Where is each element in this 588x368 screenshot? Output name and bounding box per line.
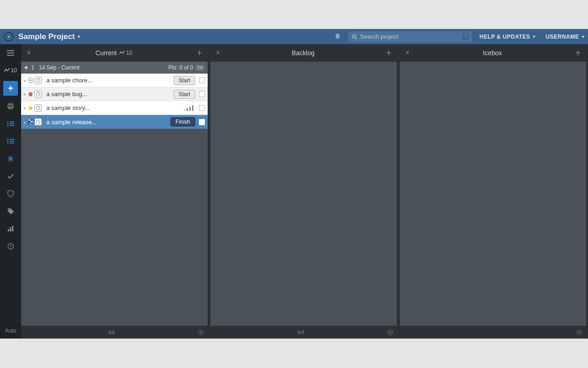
stopwatch-icon <box>34 91 42 98</box>
tag-icon <box>7 208 14 215</box>
story-row[interactable]: ▸ a sample bug... Start <box>21 87 208 101</box>
svg-point-26 <box>8 209 9 210</box>
svg-line-41 <box>28 92 29 93</box>
finish-button[interactable]: Finish <box>170 117 195 126</box>
svg-point-61 <box>579 331 581 333</box>
sidebar-item-backlog[interactable] <box>0 132 21 150</box>
sidebar-item-analytics[interactable] <box>0 220 21 237</box>
panel-header: × Icebox + <box>400 44 586 62</box>
shield-icon <box>7 190 14 197</box>
estimate-selector[interactable] <box>184 105 193 111</box>
velocity-indicator[interactable]: 10 <box>119 50 132 56</box>
sidebar-item-epics[interactable] <box>0 185 21 202</box>
sidebar-velocity[interactable]: 10 <box>0 62 21 79</box>
iteration-header[interactable]: 1 14 Sep - Current Pts: 0 of 0 TS <box>21 62 208 74</box>
search-box[interactable]: ? <box>348 31 472 42</box>
svg-rect-8 <box>9 104 12 105</box>
add-story-icon[interactable]: + <box>384 48 393 58</box>
add-story-icon[interactable]: + <box>573 48 582 58</box>
help-updates-menu[interactable]: HELP & UPDATES ▾ <box>480 34 536 40</box>
gear-icon[interactable] <box>577 329 582 335</box>
add-story-icon[interactable]: + <box>195 48 204 58</box>
panel-title: Current <box>96 49 117 57</box>
story-checkbox[interactable] <box>199 91 205 97</box>
sidebar-item-icebox[interactable] <box>0 150 21 167</box>
sidebar: 10 + <box>0 44 21 339</box>
iteration-marker-icon <box>25 66 28 69</box>
svg-rect-51 <box>28 120 31 121</box>
start-button[interactable]: Start <box>174 90 195 99</box>
notifications-bell-icon[interactable] <box>334 33 341 40</box>
svg-point-16 <box>7 139 9 140</box>
svg-point-59 <box>390 331 391 333</box>
story-row[interactable]: ▸ a sample chore... Start <box>21 74 208 87</box>
printer-icon <box>7 103 14 109</box>
app-logo[interactable] <box>4 32 14 42</box>
close-panel-icon[interactable]: × <box>214 49 222 57</box>
panels-container: × Current 10 + 1 14 Sep - Current <box>21 44 588 339</box>
sidebar-item-current[interactable] <box>0 115 21 132</box>
search-input[interactable] <box>360 33 463 40</box>
project-title-dropdown[interactable]: Sample Project ▾ <box>18 32 80 41</box>
snowflake-icon <box>7 155 14 162</box>
hamburger-menu-icon[interactable] <box>0 44 21 62</box>
list-icon <box>7 121 14 126</box>
story-row[interactable]: ▸ a sample release... Finish <box>21 115 208 129</box>
expand-icon[interactable]: ▸ <box>24 120 26 125</box>
svg-line-55 <box>38 121 39 122</box>
panel-current: × Current 10 + 1 14 Sep - Current <box>21 44 208 339</box>
svg-point-10 <box>7 121 9 123</box>
svg-marker-46 <box>28 105 33 111</box>
search-help-icon[interactable]: ? <box>463 34 469 40</box>
story-title: a sample bug... <box>46 91 171 98</box>
stopwatch-icon <box>34 104 42 112</box>
iteration-badge[interactable]: TS <box>196 65 204 70</box>
project-title: Sample Project <box>18 32 75 41</box>
zigzag-icon <box>119 51 125 55</box>
close-panel-icon[interactable]: × <box>25 49 33 57</box>
svg-line-49 <box>38 107 39 108</box>
gear-icon[interactable] <box>198 329 204 335</box>
chevron-down-icon: ▾ <box>533 34 536 39</box>
username-menu[interactable]: USERNAME ▾ <box>546 34 584 40</box>
gear-icon[interactable] <box>387 329 393 335</box>
svg-line-39 <box>38 80 39 80</box>
story-title: a sample story... <box>46 104 181 111</box>
chore-icon <box>27 77 34 83</box>
sidebar-item-labels[interactable] <box>0 202 21 220</box>
start-button[interactable]: Start <box>174 76 195 85</box>
sidebar-item-history[interactable] <box>0 237 21 255</box>
svg-point-12 <box>7 123 9 125</box>
sidebar-item-done[interactable] <box>0 167 21 185</box>
expand-icon[interactable]: ▸ <box>24 105 26 110</box>
iteration-number: 1 <box>31 64 34 71</box>
expand-icon[interactable]: ▸ <box>24 92 26 97</box>
svg-point-57 <box>200 331 202 333</box>
link-icon[interactable] <box>108 330 115 334</box>
svg-line-45 <box>38 93 39 94</box>
svg-line-3 <box>356 38 357 39</box>
add-story-button[interactable]: + <box>3 81 18 96</box>
svg-rect-29 <box>12 226 13 231</box>
story-row[interactable]: ▸ a sample story... <box>21 101 208 115</box>
bar-chart-icon <box>7 225 14 232</box>
topbar: Sample Project ▾ ? HELP & UPDATES ▾ USER… <box>0 29 588 44</box>
story-checkbox[interactable] <box>199 119 205 125</box>
panel-header: × Current 10 + <box>21 44 208 62</box>
svg-rect-28 <box>10 227 11 231</box>
story-checkbox[interactable] <box>199 77 205 83</box>
svg-point-18 <box>7 141 9 142</box>
bug-icon <box>27 91 34 97</box>
story-checkbox[interactable] <box>199 105 205 111</box>
panel-header: × Backlog + <box>210 44 397 62</box>
svg-point-2 <box>352 34 356 38</box>
expand-icon[interactable]: ▸ <box>24 78 26 83</box>
link-icon[interactable] <box>297 330 305 334</box>
feature-icon <box>27 105 34 111</box>
iteration-points: Pts: 0 of 0 <box>168 64 193 71</box>
panel-icebox: × Icebox + <box>400 44 586 339</box>
close-panel-icon[interactable]: × <box>403 49 411 57</box>
sidebar-auto-label[interactable]: Auto <box>5 323 17 339</box>
svg-rect-27 <box>8 229 9 231</box>
sidebar-item-mywork[interactable] <box>0 98 21 115</box>
